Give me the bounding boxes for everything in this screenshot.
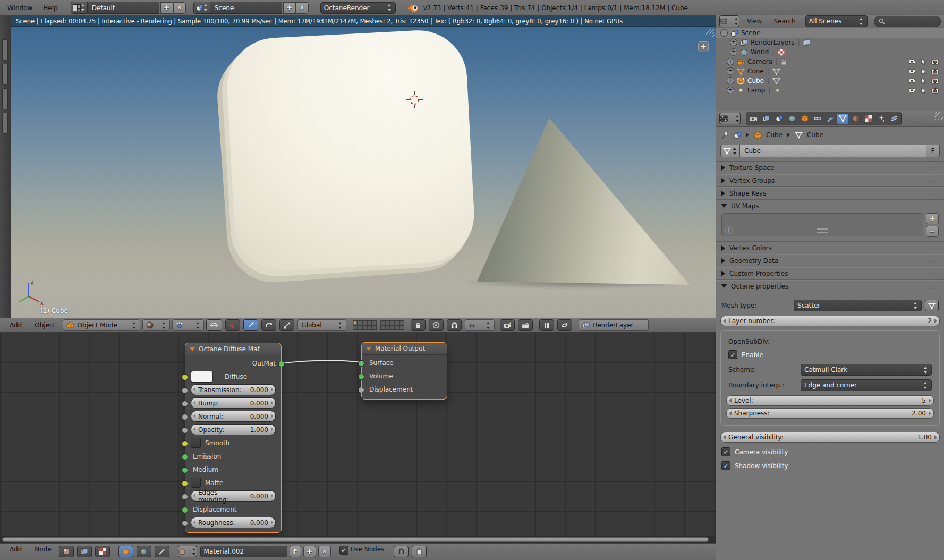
boundary-select[interactable]: Edge and corner xyxy=(801,379,932,391)
tab-constraints[interactable] xyxy=(811,113,823,124)
pin-icon[interactable] xyxy=(721,131,729,139)
rendered-cone[interactable] xyxy=(477,118,690,285)
socket-emission[interactable] xyxy=(182,454,188,460)
uv-list-add-icon[interactable]: + xyxy=(725,226,733,234)
hide-toggle-eye-icon[interactable] xyxy=(908,68,916,74)
fake-user-button[interactable]: F xyxy=(926,145,940,157)
layers-grid-1[interactable] xyxy=(353,320,377,330)
panel-drag-grip[interactable] xyxy=(929,202,939,210)
datablock-browse-button[interactable] xyxy=(720,145,740,157)
selectable-toggle-cursor-icon[interactable] xyxy=(921,87,926,94)
mesh-type-data-button[interactable] xyxy=(925,300,939,311)
opengl-render-anim-button[interactable] xyxy=(518,319,533,331)
panel-drag-grip[interactable] xyxy=(929,190,939,197)
edges-rounding-slider[interactable]: Edges rounding: 0.000 xyxy=(191,490,276,502)
region-resize-grip[interactable] xyxy=(934,112,943,120)
datablock-name-input[interactable]: Cube xyxy=(740,145,926,157)
socket-bump[interactable] xyxy=(182,401,188,407)
outliner-search-input[interactable] xyxy=(874,16,941,27)
expand-icon[interactable]: + xyxy=(727,77,734,84)
uv-map-remove-button[interactable]: − xyxy=(926,226,939,237)
collapse-triangle-icon[interactable] xyxy=(190,347,195,351)
socket-outmat[interactable] xyxy=(278,361,285,367)
new-material-button[interactable] xyxy=(303,546,316,557)
list-resize-handle[interactable] xyxy=(817,228,828,233)
node-material-output[interactable]: Material Output Surface Volume Displacem… xyxy=(361,342,447,400)
menu-search[interactable]: Search xyxy=(768,18,801,25)
menu-object[interactable]: Object xyxy=(29,321,61,329)
snap-toggle-button[interactable] xyxy=(447,319,462,331)
properties-region-expand-button[interactable]: + xyxy=(698,41,709,52)
viewport-shading-select[interactable] xyxy=(142,319,170,331)
scene-name[interactable]: Scene xyxy=(210,2,282,14)
normal-slider[interactable]: Normal: 0.000 xyxy=(191,411,276,422)
outliner-row-scene[interactable]: − Scene xyxy=(716,28,944,38)
3d-cursor[interactable] xyxy=(405,90,424,109)
pause-render-button[interactable] xyxy=(539,319,554,331)
scrollbar-thumb[interactable] xyxy=(2,537,709,542)
screen-layout-name[interactable]: Default xyxy=(88,2,159,14)
socket-roughness[interactable] xyxy=(182,520,188,527)
panel-drag-grip[interactable] xyxy=(929,164,939,172)
breadcrumb-object[interactable]: Cube xyxy=(766,131,783,139)
socket-matte[interactable] xyxy=(182,480,188,487)
level-slider[interactable]: Level: 5 xyxy=(726,395,934,406)
refresh-render-button[interactable] xyxy=(557,319,572,331)
render-layer-select[interactable]: RenderLayer xyxy=(579,319,649,331)
camera-visibility-checkbox[interactable] xyxy=(721,447,730,456)
object-shader-button[interactable] xyxy=(118,546,133,557)
scene-icon[interactable] xyxy=(733,131,742,139)
tab-world[interactable] xyxy=(786,113,798,124)
expand-icon[interactable]: + xyxy=(730,39,737,46)
screen-layout-selector[interactable]: Default xyxy=(71,2,186,13)
expand-icon[interactable]: + xyxy=(727,58,734,65)
outliner-row-world[interactable]: + World | xyxy=(716,47,944,57)
outliner-row-renderlayers[interactable]: + RenderLayers | xyxy=(716,38,944,47)
lock-to-scene-button[interactable] xyxy=(411,319,426,331)
toolshelf-tab[interactable] xyxy=(2,39,8,61)
manipulator-toggle-button[interactable] xyxy=(206,319,222,331)
menu-add[interactable]: Add xyxy=(4,321,27,329)
hide-toggle-eye-icon[interactable] xyxy=(908,78,916,84)
outliner-row-lamp[interactable]: + Lamp | xyxy=(716,86,944,95)
selectable-toggle-cursor-icon[interactable] xyxy=(921,58,926,65)
add-scene-button[interactable] xyxy=(283,2,296,14)
toolshelf-tab[interactable] xyxy=(2,88,8,109)
socket-smooth[interactable] xyxy=(182,440,188,447)
socket-displacement[interactable] xyxy=(182,507,188,513)
mesh-type-select[interactable]: Scatter xyxy=(794,300,922,311)
expand-icon[interactable]: + xyxy=(727,87,734,94)
uv-maps-list[interactable]: + xyxy=(721,213,923,236)
rotate-manipulator-button[interactable] xyxy=(261,319,276,331)
3d-viewport[interactable]: z x (1) Cube Scene | Elapsed: 00:04.75 |… xyxy=(0,16,716,318)
socket-volume[interactable] xyxy=(358,374,364,380)
outliner-row-cube[interactable]: + Cube | xyxy=(716,76,944,86)
socket-medium[interactable] xyxy=(182,467,188,473)
render-toggle-camera-icon[interactable] xyxy=(931,58,939,65)
opacity-slider[interactable]: Opacity: 1.000 xyxy=(191,424,276,435)
node-editor-hscrollbar[interactable] xyxy=(0,536,716,543)
roughness-slider[interactable]: Roughness: 0.000 xyxy=(191,517,276,528)
menu-window[interactable]: Window xyxy=(2,4,38,12)
render-toggle-camera-icon[interactable] xyxy=(931,87,939,94)
panel-shape-keys[interactable]: Shape Keys xyxy=(716,186,944,199)
tab-scene[interactable] xyxy=(773,113,785,124)
tab-physics[interactable] xyxy=(888,113,900,124)
panel-octane-properties[interactable]: Octane properties xyxy=(716,279,944,292)
rendered-cube[interactable] xyxy=(225,28,477,273)
socket-opacity[interactable] xyxy=(182,427,188,434)
socket-diffuse[interactable] xyxy=(182,374,188,380)
enable-checkbox[interactable] xyxy=(728,350,737,359)
menu-help[interactable]: Help xyxy=(38,4,63,12)
tab-texture[interactable] xyxy=(862,113,874,124)
transform-orientation-select[interactable]: Global xyxy=(297,319,346,331)
delete-scene-button[interactable] xyxy=(296,2,309,14)
menu-add[interactable]: Add xyxy=(4,546,27,553)
outliner-row-cone[interactable]: + Cone | xyxy=(716,66,944,76)
snap-element-select[interactable] xyxy=(465,319,495,331)
shader-type-texture-button[interactable] xyxy=(95,546,110,557)
socket-output-displacement[interactable] xyxy=(358,387,364,393)
tab-render-layers[interactable] xyxy=(760,113,772,124)
mode-select[interactable]: Object Mode xyxy=(63,319,140,331)
layer-number-slider[interactable]: Layer number: 2 xyxy=(720,316,940,326)
